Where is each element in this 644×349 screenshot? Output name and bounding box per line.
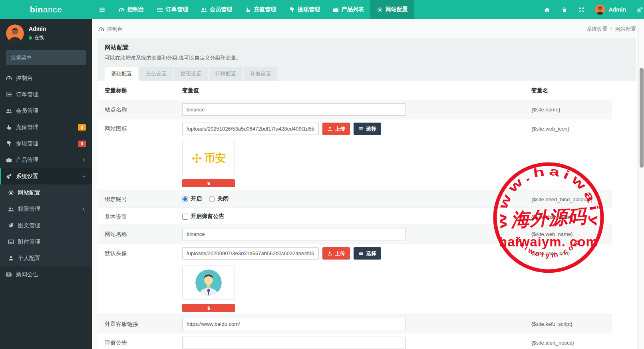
choose-button[interactable]: 选择	[354, 123, 381, 135]
sidebar-item-recharge[interactable]: 充值管理0	[0, 119, 92, 135]
topnav-item-withdraw[interactable]: 提现管理	[282, 0, 326, 19]
admin-avatar-image	[6, 24, 24, 42]
list-icon	[358, 251, 364, 256]
tab-withdraw-settings[interactable]: 提现设置	[174, 67, 208, 81]
radio-on-input[interactable]	[182, 196, 188, 202]
topnav-user-menu[interactable]: Admin	[590, 4, 631, 15]
radio-option-on[interactable]: 开启	[182, 195, 202, 202]
gear-icon	[8, 190, 14, 196]
row-label: 绑定账号	[97, 190, 182, 207]
breadcrumb-page[interactable]: 网站配置	[615, 26, 636, 33]
clear-cache-button[interactable]	[556, 0, 573, 19]
topnav-item-site-config[interactable]: 网站配置	[370, 0, 414, 19]
default-avatar-image	[195, 270, 222, 296]
home-button[interactable]	[539, 0, 556, 19]
gauge-icon	[119, 7, 125, 13]
table-row: 站点名称 {$site.name}	[97, 100, 612, 119]
topnav-item-dashboard[interactable]: 控制台	[112, 0, 151, 19]
default-avatar-preview	[182, 266, 235, 300]
briefcase-icon	[6, 157, 12, 163]
list-icon	[157, 7, 163, 13]
web-name-input[interactable]	[182, 228, 406, 240]
users-icon	[6, 108, 12, 114]
sidebar-item-dashboard[interactable]: 控制台	[0, 70, 92, 86]
alert-notice-input[interactable]	[182, 337, 406, 349]
topnav-username: Admin	[608, 6, 626, 13]
brand-logo-bold: bin	[30, 5, 43, 14]
sidebar-item-news[interactable]: 新闻公告	[0, 266, 92, 283]
sidebar-item-orders[interactable]: 订单管理	[0, 86, 92, 103]
sidebar-item-members[interactable]: 会员管理	[0, 103, 92, 119]
checkbox-popup-notice[interactable]: 开启弹窗公告	[182, 213, 224, 220]
breadcrumb-group[interactable]: 系统设置	[586, 26, 607, 33]
app-window: binance 控制台 订单管理 会员管理 充值管理 提现管理 产品列表 网站配…	[0, 0, 644, 349]
variable-name: {$site.user_icon}	[531, 244, 612, 315]
chevron-left-icon	[81, 158, 86, 162]
kefu-link-input[interactable]	[182, 318, 406, 330]
row-label: 基本设置	[97, 208, 182, 224]
row-label: 外置客服链接	[97, 315, 182, 333]
settings-button[interactable]	[631, 0, 644, 19]
table-row: 绑定账号 开启 关闭 {$site.need_bind_account}	[97, 190, 612, 208]
tab-recharge-settings[interactable]: 充值设置	[139, 67, 173, 81]
config-tabs: 基础配置 充值设置 提现设置 行情配置 其他设置	[105, 67, 629, 81]
column-header-name: 变量名	[531, 87, 612, 94]
sidebar-item-system-settings[interactable]: 系统设置	[0, 168, 92, 184]
cogs-icon	[636, 6, 643, 13]
sidebar-item-attachments[interactable]: 附件管理	[0, 234, 92, 250]
fullscreen-button[interactable]	[573, 0, 590, 19]
users-icon	[201, 7, 207, 13]
image-icon	[8, 239, 14, 245]
upload-button[interactable]: 上传	[322, 123, 350, 135]
sidebar-item-profile[interactable]: 个人配置	[0, 250, 92, 266]
home-icon	[544, 7, 550, 13]
choose-button[interactable]: 选择	[354, 247, 381, 260]
radio-option-off[interactable]: 关闭	[209, 195, 229, 202]
row-label: 弹窗公告	[97, 333, 182, 349]
vertical-scrollbar[interactable]	[638, 19, 644, 349]
topnav-item-members[interactable]: 会员管理	[195, 0, 239, 19]
table-header-row: 变量标题 变量值 变量名	[97, 81, 612, 100]
menu-search-input[interactable]	[11, 55, 81, 61]
web-icon-path-input[interactable]	[182, 123, 319, 135]
variable-name: {$site.web_icon}	[531, 119, 612, 190]
popup-notice-checkbox[interactable]	[182, 214, 188, 220]
upload-button[interactable]: 上传	[322, 247, 350, 260]
topnav-item-recharge[interactable]: 充值管理	[239, 0, 282, 19]
gear-icon	[377, 7, 383, 13]
table-row: 弹窗公告 {$site.alert_notice}	[97, 333, 612, 349]
radio-off-input[interactable]	[209, 196, 215, 202]
chevron-down-icon	[81, 174, 86, 178]
system-settings-submenu: 网站配置 权限管理 图文管理 附件管理 个人配置	[0, 184, 92, 266]
topnav-item-orders[interactable]: 订单管理	[151, 0, 195, 19]
avatar	[595, 4, 605, 15]
delete-image-button[interactable]	[182, 179, 235, 187]
sidebar-item-withdraw[interactable]: 提现管理0	[0, 135, 92, 152]
topnav-right: Admin	[539, 0, 644, 19]
sidebar-username: Admin	[29, 26, 46, 32]
user-icon-path-input[interactable]	[182, 247, 319, 260]
topnav-item-products[interactable]: 产品列表	[326, 0, 370, 19]
scrollbar-thumb[interactable]	[640, 68, 644, 168]
table-row: 基本设置 开启弹窗公告 {$site.chat_setting}	[97, 208, 612, 225]
sidebar-item-product-mgmt[interactable]: 产品管理	[0, 152, 92, 168]
binance-logo-text: 币安	[205, 151, 226, 165]
site-name-input[interactable]	[182, 103, 406, 116]
table-row: 默认头像 上传 选择 {$site.use	[97, 244, 612, 315]
recharge-badge: 0	[78, 124, 86, 131]
tab-basic-config[interactable]: 基础配置	[105, 67, 138, 81]
online-status-dot	[29, 36, 32, 40]
tab-market-config[interactable]: 行情配置	[209, 67, 242, 81]
sidebar-item-site-config[interactable]: 网站配置	[0, 184, 92, 201]
hand-down-icon	[289, 7, 295, 13]
briefcase-icon	[333, 7, 339, 13]
sidebar-item-permissions[interactable]: 权限管理	[0, 201, 92, 217]
sidebar-toggle-button[interactable]	[92, 0, 112, 19]
cogs-icon	[6, 173, 12, 179]
variable-name: {$site.need_bind_account}	[531, 190, 612, 207]
sidebar-item-content-mgmt[interactable]: 图文管理	[0, 217, 92, 234]
brand-logo[interactable]: binance	[0, 0, 92, 19]
breadcrumb-current[interactable]: 控制台	[107, 26, 123, 33]
delete-image-button[interactable]	[182, 304, 235, 312]
tab-other-settings[interactable]: 其他设置	[244, 67, 277, 81]
